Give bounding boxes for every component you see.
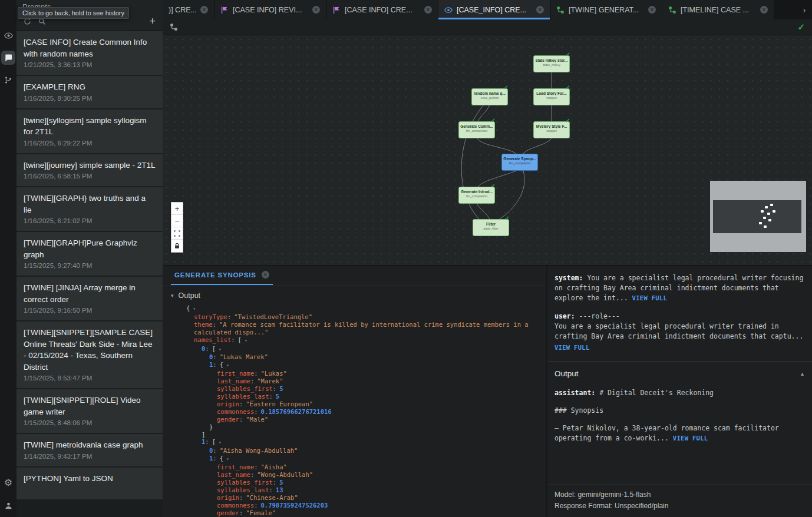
close-icon[interactable]: ×	[648, 6, 656, 14]
node-title: Filter	[473, 222, 509, 226]
close-icon[interactable]: ×	[424, 6, 432, 14]
output-section-toggle[interactable]: ▾ Output	[163, 289, 546, 304]
minimap[interactable]	[710, 181, 806, 252]
workflow-node[interactable]: Filter state_filter ✓	[473, 219, 509, 236]
prompt-timestamp: 1/16/2025, 6:58:15 PM	[24, 173, 156, 181]
close-icon[interactable]: ×	[536, 6, 544, 14]
prompts-chat-icon[interactable]	[1, 51, 15, 65]
role-label: system:	[554, 274, 583, 282]
collapse-caret-icon[interactable]: ▾	[193, 306, 196, 311]
view-full-link[interactable]: VIEW FULL	[673, 435, 708, 442]
list-item[interactable]: [TWINE] metroidvania case graph 1/14/202…	[16, 434, 163, 466]
messages-panel: system: You are a specialist legal proce…	[547, 266, 812, 517]
node-type: exec_python	[472, 96, 507, 100]
assistant-heading-text: # Digital Deceit's Reckoning	[599, 389, 714, 397]
json-line: :]▾	[163, 431, 546, 439]
list-item[interactable]: [EXAMPLE] RNG 1/16/2025, 8:30:25 PM	[16, 76, 163, 108]
workflow-node[interactable]: Generate Synop... llm_completion ✓	[501, 154, 538, 171]
collapse-caret-icon[interactable]: ▾	[219, 347, 222, 352]
json-line: first_name:"Lukas"▾	[163, 370, 546, 377]
editor-tab[interactable]: )] CRE... ×	[163, 0, 214, 19]
prompt-title: [PYTHON] Yaml to JSON	[24, 473, 156, 485]
json-line: syllables_first:5▾	[163, 479, 546, 486]
node-success-check-icon: ✓	[491, 183, 496, 189]
json-value: ]	[202, 431, 205, 438]
workflow-node[interactable]: Load Story For... snippet ✓	[533, 88, 570, 105]
json-key: syllables_last	[217, 486, 269, 493]
editor-tab[interactable]: [CASE INFO] REVI... ×	[214, 0, 326, 19]
list-item[interactable]: [TWINE][SNIPPET][SAMPLE CASE] Online Thr…	[16, 322, 163, 388]
node-title: Generate Synop...	[502, 157, 537, 161]
editor-tab[interactable]: [TIMELINE] CASE ... ×	[662, 0, 774, 19]
gear-icon[interactable]: ⚙	[1, 476, 15, 490]
list-item[interactable]: [PYTHON] Yaml to JSON	[16, 468, 163, 500]
git-branch-icon[interactable]	[1, 73, 15, 87]
editor-tab[interactable]: [CASE_INFO] CRE... ×	[438, 0, 550, 19]
collapse-up-icon[interactable]: ▴	[801, 369, 804, 379]
list-item[interactable]: [TWINE] [JINJA] Array merge in correct o…	[16, 277, 163, 320]
graph-view-icon[interactable]	[170, 23, 178, 31]
list-item[interactable]: [TWINE][GRAPH]Pure Graphviz graph 1/15/2…	[16, 232, 163, 276]
prompt-title: [TWINE][GRAPH]Pure Graphviz graph	[24, 237, 156, 260]
zoom-in-button[interactable]: +	[171, 203, 183, 215]
list-item[interactable]: [TWINE][GRAPH} two truths and a lie 1/16…	[16, 187, 163, 231]
collapse-caret-icon[interactable]: ▾	[226, 456, 229, 462]
workflow-node[interactable]: random name g... exec_python ✓	[471, 88, 508, 105]
workflow-node[interactable]: Mystery Style F... snippet ✓	[533, 121, 570, 138]
editor-tab[interactable]: [TWINE] GENERAT... ×	[550, 0, 662, 19]
list-item[interactable]: [TWINE][SNIPPET][ROLE] Video game writer…	[16, 389, 163, 433]
json-line: syllables_last:5▾	[163, 393, 546, 400]
node-type: llm_completion	[502, 161, 537, 165]
add-prompt-button[interactable]: +	[149, 16, 156, 26]
node-title: Generate Comm...	[459, 124, 494, 128]
tab-icon	[668, 6, 676, 14]
workflow-node[interactable]: Generate Introd... llm_completion ✓	[458, 187, 495, 204]
list-item[interactable]: [twine][syllogism] sample syllogism for …	[16, 110, 163, 153]
json-line: syllables_last:13▾	[163, 486, 546, 494]
fit-view-button[interactable]	[171, 227, 183, 240]
json-colon: :	[205, 438, 209, 445]
response-format-line: Response Format: Unspecified/plain	[554, 501, 805, 512]
workflow-node[interactable]: state mikey stor... state_mikey ✓	[533, 55, 570, 72]
close-icon[interactable]: ×	[200, 6, 208, 14]
json-colon: :	[239, 509, 243, 516]
json-colon: :	[254, 370, 258, 377]
collapse-caret-icon[interactable]: ▾	[245, 338, 247, 343]
json-value: {	[220, 455, 223, 462]
tab-overflow-chevron-icon[interactable]: ›	[797, 0, 812, 19]
prompt-timestamp: 1/16/2025, 6:21:02 PM	[24, 217, 156, 226]
json-value: "Chinese-Arab"	[246, 494, 298, 501]
eye-icon[interactable]	[1, 28, 15, 42]
editor-tab[interactable]: [CASE INFO] CRE... ×	[326, 0, 438, 19]
canvas-controls: + −	[171, 202, 183, 253]
collapse-caret-icon[interactable]: ▾	[226, 363, 229, 368]
close-icon[interactable]: ×	[760, 6, 768, 14]
account-icon[interactable]	[1, 498, 15, 512]
zoom-out-button[interactable]: −	[171, 215, 183, 227]
collapse-caret-icon[interactable]: ▾	[219, 440, 222, 445]
bottom-panels: GENERATE SYNOPSIS × ▾ Output :{▾storyTyp…	[163, 265, 812, 517]
json-line: 0:[▾	[163, 345, 546, 354]
node-success-check-icon: ✓	[504, 84, 509, 91]
json-value: [	[212, 345, 216, 352]
view-full-link[interactable]: VIEW FULL	[632, 294, 668, 301]
workflow-node[interactable]: Generate Comm... llm_completion ✓	[458, 121, 495, 138]
prompt-timestamp: 1/15/2025, 8:48:06 PM	[24, 419, 156, 427]
lock-button[interactable]	[171, 240, 183, 252]
view-full-link[interactable]: VIEW FULL	[554, 344, 590, 351]
tab-icon	[332, 6, 341, 14]
list-item[interactable]: [CASE INFO] Create Common Info with rand…	[16, 31, 163, 75]
close-icon[interactable]: ×	[262, 271, 269, 279]
list-item[interactable]: [twine][journey] simple sample - 2T1L 1/…	[16, 154, 163, 187]
json-line: names_list:[▾	[163, 336, 546, 345]
json-line: commonness:0.18576966276721016▾	[163, 408, 546, 416]
close-icon[interactable]: ×	[312, 6, 320, 14]
json-value: 5	[279, 385, 283, 392]
output-code-panel: GENERATE SYNOPSIS × ▾ Output :{▾storyTyp…	[163, 266, 547, 517]
workflow-canvas[interactable]: state mikey stor... state_mikey ✓ random…	[163, 35, 812, 265]
json-value: }	[209, 423, 213, 430]
output-tab[interactable]: GENERATE SYNOPSIS ×	[171, 266, 273, 285]
prompt-timestamp: 1/16/2025, 6:29:22 PM	[24, 140, 156, 148]
json-line: 1:{▾	[163, 361, 546, 370]
json-output-body: ▾ Output :{▾storyType:"TwistedLoveTriang…	[163, 286, 546, 517]
